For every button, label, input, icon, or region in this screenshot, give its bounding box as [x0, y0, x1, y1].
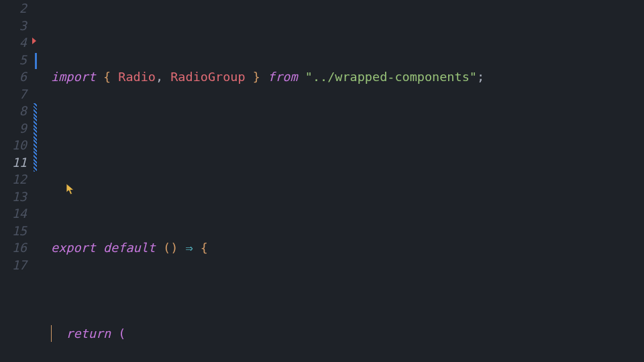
line-number: 6 [0, 68, 34, 86]
line-number: 17 [0, 257, 34, 274]
git-change-marker [34, 103, 37, 172]
git-change-marker [35, 53, 37, 69]
line-number: 9 [0, 120, 34, 137]
line-number: 10 [0, 137, 34, 154]
line-number: 8 [0, 103, 34, 120]
code-editor[interactable]: 2 3 4 5 6 7 8 9 10 11 12 13 14 15 16 17 … [0, 0, 644, 362]
line-number: 15 [0, 223, 34, 240]
line-number: 2 [0, 0, 34, 17]
line-number: 7 [0, 86, 34, 103]
mouse-cursor-icon [66, 183, 75, 195]
code-line[interactable]: export default () ⇒ { [51, 239, 644, 257]
code-line[interactable]: return ( [51, 325, 644, 343]
fold-marker-icon[interactable] [32, 38, 36, 44]
code-line[interactable]: import { Radio, RadioGroup } from "../wr… [51, 68, 644, 86]
line-number: 4 [0, 34, 34, 52]
line-number: 14 [0, 205, 34, 223]
gutter-marks [34, 0, 39, 362]
line-number-active: 11 [0, 154, 34, 172]
line-number: 13 [0, 188, 34, 206]
line-number-gutter: 2 3 4 5 6 7 8 9 10 11 12 13 14 15 16 17 [0, 0, 34, 362]
line-number: 3 [0, 17, 34, 35]
keyword: import [51, 70, 96, 84]
code-area[interactable]: import { Radio, RadioGroup } from "../wr… [39, 0, 644, 362]
line-number: 12 [0, 171, 34, 188]
line-number: 16 [0, 239, 34, 257]
line-number: 5 [0, 52, 34, 69]
code-line[interactable] [51, 154, 644, 172]
